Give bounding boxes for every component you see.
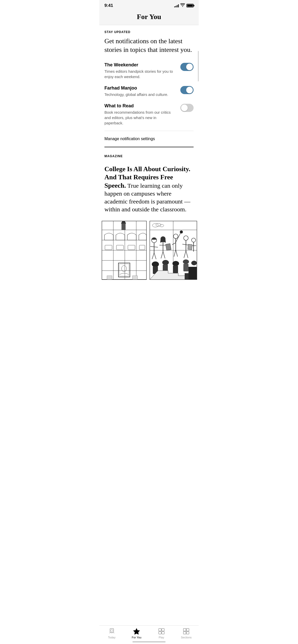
svg-rect-56 <box>188 244 192 250</box>
farhad-toggle-knob <box>186 87 193 93</box>
divider-thick <box>104 147 194 147</box>
svg-rect-64 <box>173 266 178 273</box>
what-to-read-text: What to Read Book recommendations from o… <box>104 103 180 126</box>
what-to-read-desc: Book recommendations from our critics an… <box>104 110 176 126</box>
page-title: For You <box>104 13 194 21</box>
svg-rect-65 <box>183 264 188 271</box>
svg-point-58 <box>162 260 169 265</box>
weekender-toggle[interactable] <box>180 63 194 71</box>
svg-point-61 <box>191 261 197 265</box>
what-to-read-title: What to Read <box>104 103 176 109</box>
weekender-title: The Weekender <box>104 62 176 68</box>
weekender-desc: Times editors handpick stories for you t… <box>104 69 176 79</box>
status-icons <box>174 3 194 8</box>
svg-point-60 <box>183 259 189 264</box>
what-to-read-toggle[interactable] <box>180 104 194 112</box>
svg-rect-21 <box>132 276 138 280</box>
status-bar: 9:41 <box>99 0 199 10</box>
farhad-title: Farhad Manjoo <box>104 85 176 91</box>
battery-icon <box>186 4 194 7</box>
status-time: 9:41 <box>104 3 113 8</box>
svg-rect-55 <box>166 243 171 250</box>
farhad-item: Farhad Manjoo Technology, global affairs… <box>99 82 199 100</box>
scroll-content: STAY UPDATED Get notifications on the la… <box>99 25 199 306</box>
stay-updated-description: Get notifications on the latest stories … <box>99 37 199 59</box>
svg-point-57 <box>152 261 159 267</box>
farhad-text: Farhad Manjoo Technology, global affairs… <box>104 85 180 97</box>
page-header: For You <box>99 10 199 25</box>
weekender-text: The Weekender Times editors handpick sto… <box>104 62 180 79</box>
magazine-article[interactable]: College Is All About Curiosity. And That… <box>99 161 199 217</box>
svg-point-59 <box>172 261 179 266</box>
stay-updated-label: STAY UPDATED <box>99 25 199 37</box>
article-illustration <box>99 220 199 281</box>
svg-rect-66 <box>188 267 197 280</box>
what-to-read-item: What to Read Book recommendations from o… <box>99 100 199 129</box>
magazine-label: MAGAZINE <box>99 149 199 161</box>
weekender-item: The Weekender Times editors handpick sto… <box>99 59 199 82</box>
farhad-toggle[interactable] <box>180 86 194 94</box>
wifi-icon <box>180 3 185 8</box>
weekender-toggle-knob <box>186 64 193 70</box>
svg-rect-20 <box>107 276 112 280</box>
farhad-desc: Technology, global affairs and culture. <box>104 92 176 97</box>
what-to-read-toggle-knob <box>181 105 188 111</box>
svg-point-43 <box>180 230 183 233</box>
scroll-indicator <box>198 51 199 81</box>
manage-notifications-link[interactable]: Manage notification settings <box>99 133 199 145</box>
signal-icon <box>174 4 179 7</box>
divider-1 <box>104 131 194 131</box>
svg-rect-11 <box>121 224 126 230</box>
svg-rect-67 <box>185 273 188 280</box>
